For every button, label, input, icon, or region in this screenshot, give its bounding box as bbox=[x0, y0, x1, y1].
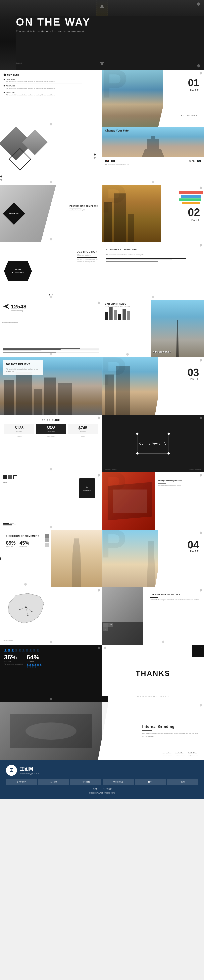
content-item-1-desc: Add here for this template text and add … bbox=[6, 80, 98, 83]
shield-ppt-bottom bbox=[152, 296, 154, 298]
shield-part02 bbox=[199, 186, 202, 189]
shield-stats bbox=[98, 646, 100, 649]
row-5: RIGHT ATTITUDES DESTRUCTION Of the corru… bbox=[0, 242, 204, 300]
part-01-slide: 01 PART LEFT PICTURE P bbox=[102, 70, 204, 127]
shield-part03 bbox=[199, 359, 202, 362]
shield-icon-content bbox=[3, 73, 6, 76]
row-8: PRICE SLIDE $128 High quality $528 Busin… bbox=[0, 415, 204, 473]
content-item-2-desc: Add here for this template text and add … bbox=[6, 87, 98, 89]
direction-content: DIRECTION OF MOVEMENT 85% Add text here … bbox=[6, 535, 51, 547]
footer-link-6[interactable]: 视频 bbox=[167, 779, 198, 785]
shield-ppt bbox=[199, 244, 202, 247]
shield-bottom bbox=[50, 180, 52, 183]
content-item-1-title: FIRST LINE bbox=[6, 78, 15, 80]
corner-diamond-tl bbox=[136, 433, 139, 435]
big-p-02: P bbox=[102, 185, 127, 219]
bar-chart-bars bbox=[105, 309, 150, 321]
val2-container: 45% Add text here bbox=[19, 540, 29, 547]
bar-6 bbox=[127, 311, 130, 320]
tag-1: 📌 bbox=[105, 160, 109, 162]
part-01-number: 01 bbox=[188, 78, 199, 88]
corner-diamond-bl bbox=[136, 452, 139, 455]
shield-top-right bbox=[197, 2, 200, 6]
shield-attitudes bbox=[50, 296, 52, 298]
price-slide: PRICE SLIDE $128 High quality $528 Busin… bbox=[0, 415, 102, 473]
diamond-photo-2 bbox=[22, 130, 47, 155]
shield-price bbox=[98, 417, 100, 419]
footer-brand-row: Z 正图网 www.zhengpic.com bbox=[6, 765, 198, 776]
bar-2 bbox=[109, 307, 112, 320]
stat-36: 36% from 2016 Add here for this template… bbox=[4, 654, 22, 668]
val1-container: 85% Add text here bbox=[6, 540, 16, 547]
footer-brand-info: 正图网 www.zhengpic.com bbox=[20, 766, 39, 775]
shield-boring bbox=[199, 474, 202, 477]
boring-milling-slide: Boring And Milling Machine Add here for … bbox=[102, 473, 204, 530]
thanks-title: THANKS bbox=[136, 669, 170, 678]
grinding-text: Internal Grinding Add here for this temp… bbox=[142, 725, 198, 738]
person-silhouettes: 👤 👤 👤 👤 👤 👤 👤 👤 👤 👤 bbox=[4, 649, 98, 652]
footer-logo-circle: Z bbox=[6, 765, 17, 776]
bar-chart-left: BAR CHART SLIDE FIGURE SHORT TALK BEHIND… bbox=[102, 300, 153, 357]
connie-romantic-slide: Connie Romantic Add here for template Ad… bbox=[102, 415, 204, 473]
hero-date: 2021.9 bbox=[16, 62, 22, 64]
footer-brand-sub: www.zhengpic.com bbox=[20, 772, 39, 775]
boring-text: Boring And Milling Machine Add here for … bbox=[155, 473, 204, 530]
shield-needed-bottom bbox=[50, 353, 52, 356]
photo-diamonds-slide bbox=[0, 127, 102, 185]
although-right: Although Connie bbox=[151, 300, 204, 357]
grinding-photo bbox=[0, 702, 102, 760]
thanks-sub: ADD HERE FOR THIS TEMPLATE bbox=[102, 696, 204, 697]
footer-link-4[interactable]: Word模板 bbox=[103, 779, 134, 785]
battery-slide: Battery ⊞ Windows 32 Add text Add text bbox=[0, 473, 102, 530]
attitudes-shape: RIGHT ATTITUDES bbox=[4, 261, 32, 281]
hero-subtitle: The world is in continuous flux and is i… bbox=[16, 30, 84, 33]
shield-metals-bottom bbox=[162, 640, 164, 643]
city-photo-right bbox=[151, 300, 204, 357]
content-label: CONTENT bbox=[7, 74, 19, 76]
footer-link-2[interactable]: 文化墙 bbox=[38, 779, 69, 785]
thanks-line bbox=[108, 698, 198, 698]
content-item-3-desc: Add here for this template text and add … bbox=[6, 94, 98, 96]
part-03-number: 03 bbox=[187, 366, 199, 378]
corner-diamond-tr bbox=[168, 433, 170, 435]
adobe-illustrator-label: Adobe Illustrator bbox=[3, 640, 13, 641]
brush-strokes bbox=[179, 191, 203, 204]
stats-slide: 👤 👤 👤 👤 👤 👤 👤 👤 👤 👤 36% from 2016 Add he… bbox=[0, 645, 102, 702]
shield-bottom-center bbox=[50, 123, 52, 126]
footer-link-1[interactable]: 广告设计 bbox=[6, 779, 37, 785]
content-item-2: FIRST LINE Add here for this template te… bbox=[3, 85, 98, 90]
shield-map-bottom bbox=[50, 640, 52, 643]
shield-stats-bottom bbox=[50, 698, 52, 701]
progress-bars bbox=[3, 347, 99, 353]
row-2: CONTENT FIRST LINE Add here for this tem… bbox=[0, 70, 204, 127]
grinding-col-2: Add text here Template text here bbox=[175, 752, 185, 756]
row-10: DIRECTION OF MOVEMENT 85% Add text here … bbox=[0, 530, 204, 587]
big-number-display: 12548 Needed Anything bbox=[11, 304, 27, 312]
part-01-label: PART bbox=[190, 89, 199, 92]
row-12: 👤 👤 👤 👤 👤 👤 👤 👤 👤 👤 36% from 2016 Add he… bbox=[0, 645, 204, 702]
thanks-num: 01 bbox=[201, 646, 202, 648]
content-item-2-title: FIRST LINE bbox=[6, 85, 15, 87]
footer-tagline: 百度一下 "正图网" bbox=[6, 788, 198, 791]
big-p-boring: P bbox=[102, 473, 127, 506]
bar-1 bbox=[105, 312, 108, 320]
connie-title: Connie Romantic bbox=[139, 442, 166, 445]
shield-connie bbox=[199, 417, 202, 419]
battery-indicators: Add text Add text bbox=[3, 522, 54, 526]
shield-needed bbox=[98, 301, 100, 304]
price-title: PRICE SLIDE bbox=[4, 419, 98, 421]
empath-subtitle: POWERPOINT TEMPLATE Add here for this te… bbox=[70, 205, 98, 211]
shield-battery-bottom bbox=[50, 525, 52, 528]
sq-1 bbox=[3, 475, 7, 479]
footer-link-5[interactable]: 样机 bbox=[135, 779, 166, 785]
part-04-label: PART bbox=[190, 550, 199, 553]
right-attitudes-slide: RIGHT ATTITUDES DESTRUCTION Of the corru… bbox=[0, 242, 102, 300]
shield-map bbox=[98, 589, 100, 592]
bar-3 bbox=[114, 310, 117, 320]
content-item-3: FIRST LINE Add here for this template te… bbox=[3, 92, 98, 96]
bar-chart-slide: BAR CHART SLIDE FIGURE SHORT TALK BEHIND… bbox=[102, 300, 204, 357]
destruction-area: DESTRUCTION Of the corruptions Add here … bbox=[77, 250, 98, 263]
direction-values: 85% Add text here 45% Add text here bbox=[6, 540, 51, 547]
footer-link-3[interactable]: PPT模板 bbox=[70, 779, 101, 785]
row-13: Internal Grinding Add here for this temp… bbox=[0, 702, 204, 760]
